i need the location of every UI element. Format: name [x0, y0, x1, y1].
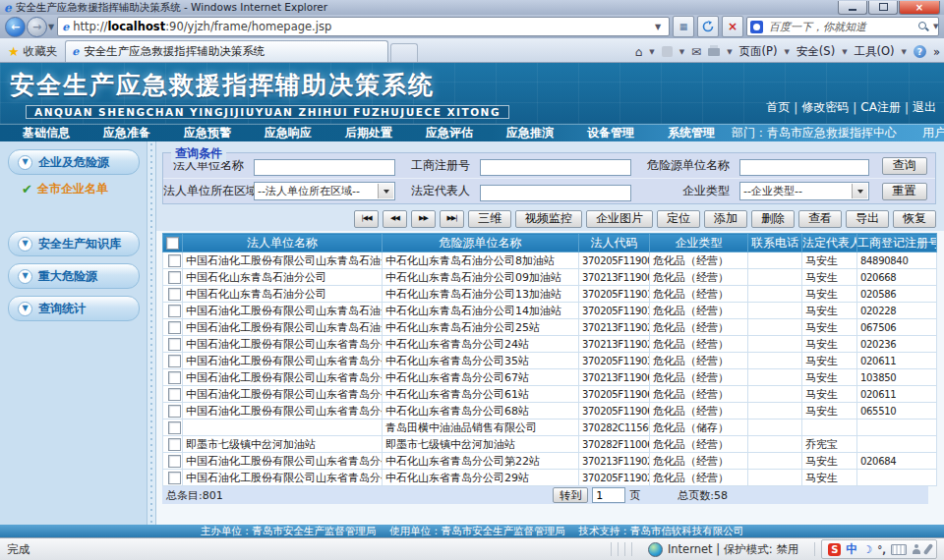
- maximize-button[interactable]: [868, 1, 898, 15]
- table-row[interactable]: 即墨市七级镇中岔河加油站即墨市七级镇中岔河加油站370282F110063危化品…: [163, 436, 937, 453]
- home-dropdown-icon[interactable]: ▼: [649, 48, 654, 56]
- nav-item-8[interactable]: 设备管理: [570, 125, 651, 141]
- locate-button[interactable]: 定位: [657, 210, 700, 228]
- page-number-input[interactable]: [592, 487, 625, 503]
- sidebar-splitter[interactable]: [147, 141, 156, 525]
- table-row[interactable]: 中国石油化工股份有限公司山东省青岛分公司中石化山东省青岛分公司68站370205…: [163, 403, 937, 420]
- row-checkbox[interactable]: [168, 472, 181, 484]
- next-page-button[interactable]: ▶▶: [411, 210, 436, 228]
- nav-item-2[interactable]: 应急准备: [87, 125, 167, 141]
- print-icon[interactable]: [708, 48, 720, 56]
- query-input-法定代表人[interactable]: [480, 185, 631, 201]
- table-row[interactable]: 中国石化山东青岛石油分公司中石化山东青岛石油分公司09加油站370213F119…: [163, 269, 937, 286]
- query-input-工商注册号[interactable]: [480, 159, 631, 176]
- sogou-icon[interactable]: S: [828, 543, 841, 556]
- view-3d-button[interactable]: 三维: [468, 210, 511, 228]
- goto-page-button[interactable]: 转到: [553, 487, 588, 503]
- halfwidth-moon-icon[interactable]: ☽: [862, 543, 872, 556]
- punctuation-icon[interactable]: °,: [877, 544, 886, 555]
- help-icon[interactable]: ?: [914, 45, 926, 58]
- back-button[interactable]: ←: [5, 17, 26, 37]
- row-checkbox[interactable]: [168, 321, 181, 334]
- video-monitor-button[interactable]: 视频监控: [515, 210, 582, 228]
- nav-item-6[interactable]: 应急评估: [409, 125, 490, 141]
- sidebar-group-button-4[interactable]: ▼查询统计: [8, 296, 140, 321]
- table-row[interactable]: 中国石化山东青岛石油分公司中石化山东青岛石油分公司13加油站370205F119…: [163, 286, 937, 303]
- forward-button[interactable]: →: [27, 17, 47, 37]
- table-row[interactable]: 中国石油化工股份有限公司山东青岛石油分公司中石化山东青岛石油分公司8加油站370…: [163, 252, 937, 269]
- nav-item-5[interactable]: 后期处置: [328, 125, 409, 141]
- export-button[interactable]: 导出: [846, 210, 889, 228]
- user-profile-icon[interactable]: [912, 544, 921, 555]
- row-checkbox[interactable]: [168, 271, 181, 284]
- refresh-button[interactable]: [697, 16, 719, 37]
- restore-button[interactable]: 恢复: [893, 210, 936, 228]
- sidebar-group-button-3[interactable]: ▼重大危险源: [8, 263, 140, 289]
- column-header-2[interactable]: 危险源单位名称: [383, 234, 579, 252]
- row-checkbox[interactable]: [168, 388, 181, 401]
- row-checkbox[interactable]: [168, 338, 181, 351]
- header-link-2[interactable]: 修改密码: [801, 99, 849, 116]
- first-page-button[interactable]: |◀◀: [354, 210, 379, 228]
- table-row[interactable]: 青岛田横中油油品销售有限公司370282C115602危化品（储存）: [163, 420, 937, 436]
- column-header-5[interactable]: 联系电话: [748, 234, 802, 252]
- header-link-3[interactable]: CA注册: [860, 99, 901, 116]
- new-tab-button[interactable]: [390, 43, 418, 62]
- row-checkbox[interactable]: [168, 405, 181, 418]
- column-header-4[interactable]: 企业类型: [650, 234, 748, 252]
- row-checkbox[interactable]: [168, 305, 181, 317]
- close-button[interactable]: ×: [899, 1, 940, 15]
- mail-icon[interactable]: ✉: [691, 45, 701, 59]
- table-row[interactable]: 中国石油化工股份有限公司山东省青岛分公司中石化山东省青岛分公司第22站37021…: [163, 453, 937, 470]
- keyboard-icon[interactable]: [891, 544, 907, 555]
- nav-item-3[interactable]: 应急预警: [167, 125, 248, 141]
- column-header-1[interactable]: 法人单位名称: [183, 234, 383, 252]
- header-link-4[interactable]: 退出: [913, 99, 936, 116]
- search-box[interactable]: ▼: [746, 17, 939, 36]
- feeds-icon[interactable]: [662, 46, 673, 57]
- table-row[interactable]: 中国石油化工股份有限公司山东青岛石油分公司中石化山东青岛石油分公司25站3702…: [163, 319, 937, 336]
- table-row[interactable]: 中国石油化工股份有限公司山东省青岛分公司中石化山东省青岛分公司24站370213…: [163, 336, 937, 353]
- browser-tab[interactable]: e 安全生产应急救援指挥辅助决策系统: [65, 40, 388, 62]
- header-link-1[interactable]: 首页: [766, 99, 790, 116]
- row-checkbox[interactable]: [168, 455, 181, 468]
- settings-wrench-icon[interactable]: [923, 543, 934, 555]
- row-checkbox[interactable]: [168, 421, 181, 434]
- address-dropdown-icon[interactable]: ▼: [651, 23, 665, 31]
- query-input-危险源单位名称[interactable]: [739, 159, 869, 176]
- view-button[interactable]: 查看: [798, 210, 842, 228]
- query-input-法人单位名称[interactable]: [254, 159, 395, 176]
- table-row[interactable]: 中国石油化工股份有限公司山东省青岛分公司中石化山东省青岛分公司35站370205…: [163, 353, 937, 369]
- column-header-6[interactable]: 法定代表人: [802, 234, 857, 252]
- search-magnifier-icon[interactable]: [917, 21, 929, 32]
- sidebar-group-button-1[interactable]: ▼企业及危险源: [8, 149, 140, 175]
- select-all-checkbox[interactable]: [166, 237, 179, 250]
- row-checkbox[interactable]: [168, 254, 181, 267]
- add-button[interactable]: 添加: [704, 210, 747, 228]
- query-select-法人单位所在区域[interactable]: --法人单位所在区域--: [254, 182, 395, 200]
- table-row[interactable]: 中国石油化工股份有限公司山东省青岛分公司中石化山东省青岛分公司61站370205…: [163, 386, 937, 403]
- menu-safety[interactable]: 安全(S): [796, 44, 835, 59]
- prev-page-button[interactable]: ◀◀: [383, 210, 407, 228]
- nav-item-1[interactable]: 基础信息: [6, 125, 87, 141]
- feeds-dropdown-icon[interactable]: ▼: [679, 48, 684, 56]
- compatibility-view-button[interactable]: ▦: [673, 16, 694, 37]
- recent-pages-dropdown-icon[interactable]: ▼: [48, 23, 54, 31]
- search-input[interactable]: [767, 20, 914, 34]
- row-checkbox[interactable]: [168, 371, 181, 384]
- nav-item-9[interactable]: 系统管理: [651, 125, 732, 141]
- table-row[interactable]: 中国石油化工股份有限公司山东青岛石油分公司中石化山东青岛石油分公司14加油站37…: [163, 303, 937, 319]
- nav-item-4[interactable]: 应急响应: [248, 125, 328, 141]
- search-dropdown-icon[interactable]: ▼: [933, 23, 938, 30]
- enterprise-photo-button[interactable]: 企业图片: [586, 210, 653, 228]
- menu-page[interactable]: 页面(P): [739, 44, 778, 59]
- chinese-mode-icon[interactable]: 中: [846, 541, 857, 558]
- row-checkbox[interactable]: [168, 438, 181, 451]
- home-icon[interactable]: ⌂: [635, 45, 643, 59]
- favorites-button[interactable]: ★ 收藏夹: [4, 44, 65, 62]
- query-search-button[interactable]: 查询: [882, 157, 927, 175]
- row-checkbox[interactable]: [168, 355, 181, 367]
- menu-tools[interactable]: 工具(O): [855, 44, 895, 59]
- sidebar-group-button-2[interactable]: ▼安全生产知识库: [8, 231, 140, 256]
- query-reset-button[interactable]: 重置: [882, 183, 927, 200]
